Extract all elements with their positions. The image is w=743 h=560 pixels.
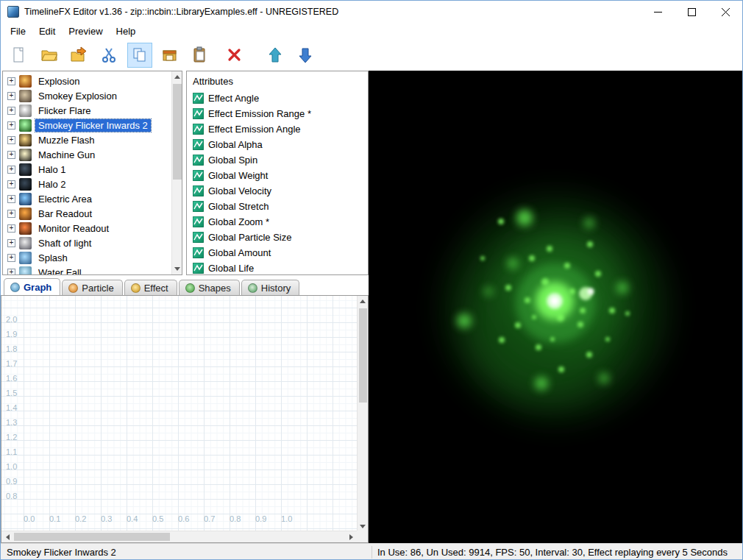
tree-item[interactable]: Shaft of light — [3, 235, 171, 250]
paste-button[interactable] — [188, 43, 213, 68]
tab-label: Particle — [82, 283, 113, 294]
attribute-item[interactable]: Global Amount — [187, 245, 368, 260]
tree-item[interactable]: Explosion — [3, 74, 171, 88]
tree-item-label: Muzzle Flash — [35, 134, 98, 146]
y-axis-label: 1.7 — [6, 359, 17, 374]
expand-plus-icon[interactable] — [7, 239, 15, 247]
expand-plus-icon[interactable] — [7, 136, 15, 144]
preview-panel[interactable] — [369, 71, 743, 543]
tree-item[interactable]: Muzzle Flash — [3, 132, 171, 147]
tree-item[interactable]: Halo 1 — [3, 162, 171, 177]
attribute-graph-icon — [193, 93, 204, 104]
tab[interactable]: Shapes — [179, 280, 240, 295]
expand-plus-icon[interactable] — [7, 269, 15, 276]
effect-thumbnail — [19, 237, 32, 249]
menu-item[interactable]: Preview — [62, 24, 109, 38]
expand-plus-icon[interactable] — [7, 180, 15, 188]
tree-scrollbar[interactable] — [171, 71, 182, 274]
close-button[interactable] — [708, 1, 742, 23]
tab-icon — [10, 283, 20, 292]
scrollbar-thumb[interactable] — [173, 84, 182, 180]
menu-item[interactable]: Edit — [32, 24, 62, 38]
tree-item[interactable]: Monitor Readout — [3, 221, 171, 235]
tab[interactable]: Graph — [4, 278, 60, 295]
attribute-item[interactable]: Global Weight — [187, 168, 368, 183]
expand-plus-icon[interactable] — [7, 92, 15, 100]
maximize-button[interactable] — [675, 1, 708, 23]
tree-item[interactable]: Bar Readout — [3, 206, 171, 221]
tree-item[interactable]: Water Fall — [3, 265, 171, 275]
new-document-button[interactable] — [7, 43, 32, 68]
attribute-item[interactable]: Global Velocity — [187, 183, 368, 199]
scroll-left-icon[interactable] — [1, 531, 13, 542]
expand-plus-icon[interactable] — [7, 107, 15, 115]
graph-vertical-scrollbar[interactable] — [357, 296, 368, 532]
minimize-button[interactable] — [641, 1, 675, 23]
tree-item[interactable]: Machine Gun — [3, 147, 171, 162]
expand-plus-icon[interactable] — [7, 121, 15, 130]
tree-item[interactable]: Splash — [3, 250, 171, 265]
tree-item-label: Shaft of light — [35, 237, 94, 249]
graph-horizontal-scrollbar[interactable] — [1, 531, 357, 542]
tree-item-label: Smokey Flicker Inwards 2 — [35, 119, 151, 132]
y-axis-label: 1.3 — [6, 418, 17, 433]
scroll-up-icon[interactable] — [172, 71, 182, 82]
tree-item[interactable]: Smokey Flicker Inwards 2 — [3, 118, 171, 132]
particle-preview — [369, 71, 743, 543]
import-library-button[interactable] — [67, 43, 92, 68]
y-axis-label: 0.8 — [6, 492, 17, 506]
scroll-right-icon[interactable] — [345, 531, 357, 542]
expand-plus-icon[interactable] — [7, 224, 15, 233]
titlebar: TimelineFX Editor v1.36 - zip::incbin::L… — [1, 1, 742, 23]
scrollbar-corner — [357, 531, 368, 542]
maximize-icon — [688, 8, 696, 16]
attribute-item[interactable]: Global Spin — [187, 152, 368, 168]
open-library-button[interactable] — [37, 43, 62, 68]
tab[interactable]: Effect — [124, 280, 177, 295]
expand-plus-icon[interactable] — [7, 195, 15, 203]
cut-button[interactable] — [97, 43, 122, 68]
tree-item[interactable]: Halo 2 — [3, 177, 171, 191]
attribute-item[interactable]: Global Particle Size — [187, 230, 368, 245]
tab[interactable]: History — [241, 280, 299, 295]
attribute-label: Effect Angle — [208, 93, 259, 104]
attribute-item[interactable]: Global Life — [187, 260, 368, 275]
y-axis-label: 1.2 — [6, 433, 17, 447]
copy-icon — [130, 46, 149, 65]
attribute-item[interactable]: Effect Emission Range * — [187, 106, 368, 121]
expand-plus-icon[interactable] — [7, 77, 15, 85]
tree-item[interactable]: Smokey Explosion — [3, 88, 171, 103]
attribute-item[interactable]: Effect Emission Angle — [187, 121, 368, 137]
scrollbar-thumb[interactable] — [359, 308, 367, 403]
tab[interactable]: Particle — [62, 280, 122, 295]
scrollbar-thumb[interactable] — [14, 533, 170, 541]
attribute-label: Global Particle Size — [208, 232, 291, 243]
expand-plus-icon[interactable] — [7, 151, 15, 159]
tree-item[interactable]: Flicker Flare — [3, 103, 171, 118]
minimize-icon — [654, 8, 662, 16]
graph-grid[interactable] — [1, 296, 357, 531]
attribute-item[interactable]: Effect Angle — [187, 91, 368, 106]
y-axis: 2.01.91.81.71.61.51.41.31.21.11.00.90.8 — [6, 315, 17, 506]
attribute-item[interactable]: Global Stretch — [187, 199, 368, 214]
expand-plus-icon[interactable] — [7, 254, 15, 262]
move-down-button[interactable] — [293, 43, 318, 68]
expand-plus-icon[interactable] — [7, 166, 15, 174]
status-divider — [372, 546, 372, 559]
copy-button[interactable] — [127, 43, 152, 68]
attribute-item[interactable]: Global Zoom * — [187, 214, 368, 230]
menu-item[interactable]: File — [4, 24, 32, 38]
app-icon — [7, 6, 19, 18]
attribute-label: Global Life — [208, 263, 254, 274]
scroll-up-icon[interactable] — [358, 296, 368, 307]
duplicate-button[interactable] — [157, 43, 182, 68]
menu-item[interactable]: Help — [110, 24, 143, 38]
scroll-down-icon[interactable] — [172, 263, 182, 274]
attribute-item[interactable]: Global Alpha — [187, 137, 368, 152]
delete-button[interactable] — [222, 43, 247, 68]
attribute-label: Effect Emission Range * — [208, 108, 311, 119]
tree-item[interactable]: Electric Area — [3, 191, 171, 206]
attribute-graph-icon — [193, 155, 204, 166]
expand-plus-icon[interactable] — [7, 210, 15, 218]
move-up-button[interactable] — [263, 43, 288, 68]
